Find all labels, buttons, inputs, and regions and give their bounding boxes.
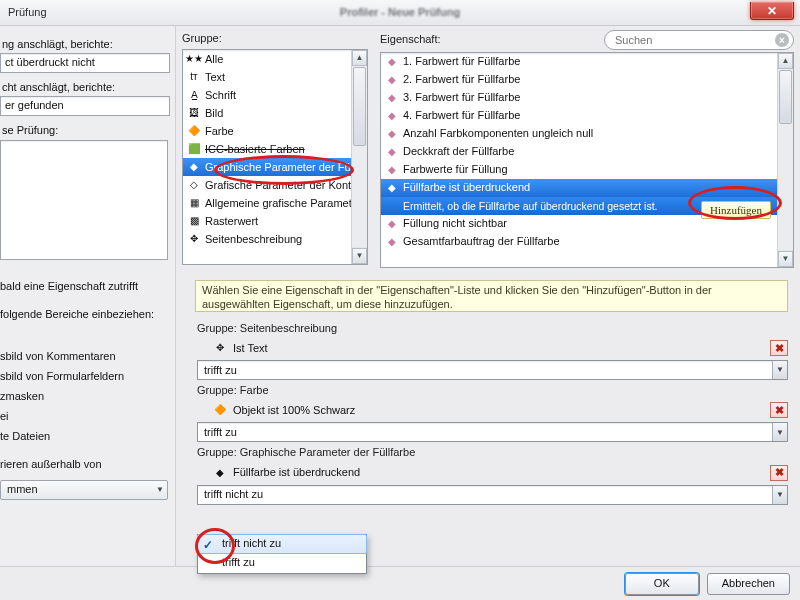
group-item-icc[interactable]: 🟩ICC-basierte Farben [183, 140, 367, 158]
rule-item: 🔶Objekt ist 100% Schwarz✖ [195, 399, 788, 421]
add-property-button[interactable]: Hinzufügen [701, 201, 771, 219]
group-item-gp-fill[interactable]: ◆Graphische Parameter der Füllf [183, 158, 367, 176]
property-item-label: 1. Farbwert für Füllfarbe [403, 55, 520, 68]
property-icon: ◆ [385, 91, 399, 105]
group-pane: Gruppe: ★★AlletтTextA̲Schrift🖼Bild🔶Farbe… [176, 26, 374, 276]
rule-item-icon: ✥ [213, 341, 227, 355]
property-item[interactable]: ◆3. Farbwert für Füllfarbe [381, 89, 793, 107]
chevron-down-icon: ▼ [772, 423, 787, 441]
group-item-farbe[interactable]: 🔶Farbe [183, 122, 367, 140]
group-item-label: Grafische Parameter der Kontu [205, 179, 357, 192]
dropdown-option-selected[interactable]: ✓ trifft nicht zu [197, 534, 367, 554]
rule-group: Gruppe: Farbe🔶Objekt ist 100% Schwarz✖tr… [195, 384, 788, 442]
textarea-pruefung[interactable] [0, 140, 168, 260]
check-masken[interactable]: zmasken [0, 388, 173, 406]
group-item-label: Seitenbeschreibung [205, 233, 302, 246]
property-icon: ◆ [385, 163, 399, 177]
close-button[interactable]: ✕ [750, 2, 794, 20]
rule-condition-combo[interactable]: trifft nicht zu▼ [197, 485, 788, 505]
group-scrollbar[interactable]: ▲ ▼ [351, 50, 367, 264]
help-text: Wählen Sie eine Eigenschaft in der "Eige… [195, 280, 788, 312]
check-dateien[interactable]: te Dateien [0, 428, 173, 446]
group-tree[interactable]: ★★AlletтTextA̲Schrift🖼Bild🔶Farbe🟩ICC-bas… [182, 49, 368, 265]
group-item-label: Bild [205, 107, 223, 120]
radio-sobald-eigenschaft[interactable]: bald eine Eigenschaft zutrifft [0, 278, 173, 296]
text-icon: tт [187, 70, 201, 84]
scroll-thumb[interactable] [353, 67, 366, 146]
check-formularfelder[interactable]: sbild von Formularfeldern [0, 368, 173, 386]
delete-rule-button[interactable]: ✖ [770, 402, 788, 418]
property-item[interactable]: ◆2. Farbwert für Füllfarbe [381, 71, 793, 89]
check-ausserhalb[interactable]: rieren außerhalb von [0, 456, 173, 474]
property-icon: ◆ [385, 109, 399, 123]
scroll-thumb[interactable] [779, 70, 792, 124]
property-item[interactable]: ◆Deckkraft der Füllfarbe [381, 143, 793, 161]
check-icon: ✓ [203, 538, 213, 552]
gp-fill-icon: ◆ [187, 160, 201, 174]
input-anschlag-1[interactable]: ct überdruckt nicht [0, 53, 170, 73]
property-icon: ◆ [385, 73, 399, 87]
property-item[interactable]: ◆Farbwerte für Füllung [381, 161, 793, 179]
property-item-label: Füllung nicht sichtbar [403, 217, 507, 230]
rule-item-label: Objekt ist 100% Schwarz [233, 404, 355, 417]
title-bar: Prüfung Profiler - Neue Prüfung ✕ [0, 0, 800, 26]
property-list[interactable]: ◆1. Farbwert für Füllfarbe◆2. Farbwert f… [380, 52, 794, 268]
ok-button[interactable]: OK [625, 573, 699, 595]
delete-rule-button[interactable]: ✖ [770, 465, 788, 481]
gp-allg-icon: ▦ [187, 196, 201, 210]
label-anschlag-2: cht anschlägt, berichte: [2, 81, 169, 94]
input-anschlag-2[interactable]: er gefunden [0, 96, 170, 116]
search-box[interactable]: × [604, 30, 794, 50]
rules-area: Gruppe: Seitenbeschreibung✥Ist Text✖trif… [195, 320, 788, 566]
bild-icon: 🖼 [187, 106, 201, 120]
chevron-down-icon: ▼ [772, 486, 787, 504]
group-item-schrift[interactable]: A̲Schrift [183, 86, 367, 104]
group-item-raster[interactable]: ▩Rasterwert [183, 212, 367, 230]
check-kommentare[interactable]: sbild von Kommentaren [0, 348, 173, 366]
property-item[interactable]: ◆1. Farbwert für Füllfarbe [381, 53, 793, 71]
delete-rule-button[interactable]: ✖ [770, 340, 788, 356]
property-item[interactable]: ◆Anzahl Farbkomponenten ungleich null [381, 125, 793, 143]
property-icon: ◆ [385, 127, 399, 141]
group-pane-label: Gruppe: [182, 32, 368, 45]
property-item-label: 2. Farbwert für Füllfarbe [403, 73, 520, 86]
rule-condition-value: trifft nicht zu [204, 488, 263, 501]
property-pane: Eigenschaft: × ◆1. Farbwert für Füllfarb… [374, 26, 800, 276]
group-item-gp-allg[interactable]: ▦Allgemeine grafische Paramete [183, 194, 367, 212]
group-item-gp-kontur[interactable]: ◇Grafische Parameter der Kontu [183, 176, 367, 194]
rule-group-label: Gruppe: Seitenbeschreibung [197, 322, 788, 335]
check-ei[interactable]: ei [0, 408, 173, 426]
group-item-label: Graphische Parameter der Füllf [205, 161, 358, 174]
label-pruefung: se Prüfung: [2, 124, 169, 137]
rule-condition-value: trifft zu [204, 364, 237, 377]
property-item-label: Füllfarbe ist überdruckend [403, 181, 530, 194]
scroll-up-icon[interactable]: ▲ [778, 53, 793, 69]
group-item-text[interactable]: tтText [183, 68, 367, 86]
property-item-label: Farbwerte für Füllung [403, 163, 508, 176]
group-item-all[interactable]: ★★Alle [183, 50, 367, 68]
group-item-label: Schrift [205, 89, 236, 102]
rule-condition-combo[interactable]: trifft zu▼ [197, 360, 788, 380]
property-item[interactable]: ◆Gesamtfarbauftrag der Füllfarbe [381, 233, 793, 251]
condition-dropdown[interactable]: ✓ trifft nicht zu trifft zu [197, 534, 367, 574]
dropdown-option[interactable]: trifft zu [198, 553, 366, 573]
property-item[interactable]: ◆Füllfarbe ist überdruckend [381, 179, 793, 197]
property-scrollbar[interactable]: ▲ ▼ [777, 53, 793, 267]
all-icon: ★★ [187, 52, 201, 66]
select-bereiche[interactable]: mmen ▼ [0, 480, 168, 500]
group-item-seitenb[interactable]: ✥Seitenbeschreibung [183, 230, 367, 248]
property-item-label: 4. Farbwert für Füllfarbe [403, 109, 520, 122]
search-input[interactable] [613, 33, 775, 47]
scroll-up-icon[interactable]: ▲ [352, 50, 367, 66]
scroll-down-icon[interactable]: ▼ [352, 248, 367, 264]
property-item[interactable]: ◆4. Farbwert für Füllfarbe [381, 107, 793, 125]
cancel-button[interactable]: Abbrechen [707, 573, 790, 595]
property-item-label: Anzahl Farbkomponenten ungleich null [403, 127, 593, 140]
scroll-down-icon[interactable]: ▼ [778, 251, 793, 267]
clear-search-icon[interactable]: × [775, 33, 789, 47]
group-item-bild[interactable]: 🖼Bild [183, 104, 367, 122]
raster-icon: ▩ [187, 214, 201, 228]
rule-item: ✥Ist Text✖ [195, 337, 788, 359]
rule-condition-combo[interactable]: trifft zu▼ [197, 422, 788, 442]
label-bereiche: folgende Bereiche einbeziehen: [0, 306, 173, 324]
